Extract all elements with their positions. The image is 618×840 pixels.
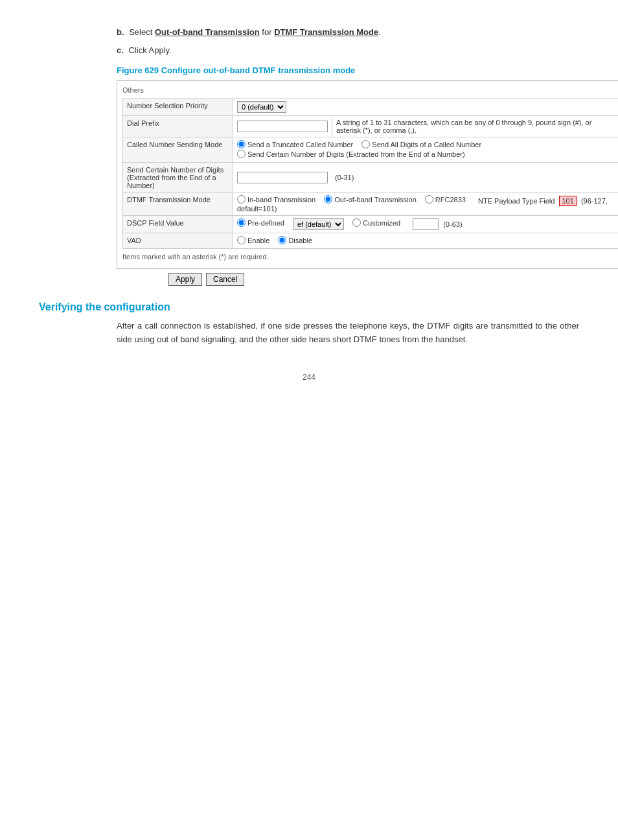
radio-predefined[interactable]: Pre-defined — [237, 218, 284, 227]
step-c-text: Click Apply. — [128, 45, 171, 55]
input-dial-prefix[interactable] — [237, 121, 328, 132]
cell-vad: Enable Disable — [233, 233, 619, 249]
row-dscp: DSCP Field Value Pre-defined ef (default… — [123, 216, 619, 233]
nte-label: NTE Payload Type Field — [478, 197, 555, 205]
row-called-number-mode: Called Number Sending Mode Send a Trunca… — [123, 137, 619, 163]
select-dscp-predefined[interactable]: ef (default) — [293, 218, 344, 230]
step-b-text-end: . — [378, 27, 381, 37]
dial-prefix-note: A string of 1 to 31 characters, which ca… — [336, 119, 591, 134]
cancel-button[interactable]: Cancel — [206, 273, 244, 286]
radio-send-all[interactable]: Send All Digits of a Called Number — [361, 140, 481, 148]
row-vad: VAD Enable Disable — [123, 233, 619, 249]
radio-vad-enable-input[interactable] — [237, 236, 246, 244]
label-number-selection: Number Selection Priority — [123, 99, 233, 116]
radio-send-truncated[interactable]: Send a Truncated Called Number — [237, 140, 353, 148]
figure-title: Figure 629 Configure out-of-band DTMF tr… — [117, 65, 579, 75]
radio-send-truncated-input[interactable] — [237, 140, 246, 148]
label-vad: VAD — [123, 233, 233, 249]
page-number: 244 — [39, 373, 579, 382]
label-dscp: DSCP Field Value — [123, 216, 233, 233]
radio-vad-disable-input[interactable] — [278, 236, 286, 244]
config-form: Others Number Selection Priority 0 (defa… — [117, 80, 618, 269]
input-certain-digits[interactable] — [237, 172, 328, 183]
cell-dscp: Pre-defined ef (default) Customized (0-6… — [233, 216, 619, 233]
row-send-certain-digits: Send Certain Number of Digits (Extracted… — [123, 163, 619, 192]
step-b-bold2: DTMF Transmission Mode — [274, 27, 378, 37]
label-dtmf-mode: DTMF Transmission Mode — [123, 192, 233, 216]
radio-outofband-input[interactable] — [324, 195, 332, 204]
radio-inband-input[interactable] — [237, 195, 246, 204]
verifying-heading: Verifying the configuration — [39, 301, 579, 313]
radio-customized[interactable]: Customized — [352, 218, 400, 227]
group-label: Others — [122, 86, 618, 94]
dscp-range: (0-63) — [443, 220, 462, 228]
step-c-letter: c. — [117, 45, 124, 55]
form-table: Number Selection Priority 0 (default) Di… — [122, 98, 618, 249]
verifying-section: Verifying the configuration After a call… — [39, 301, 579, 347]
cell-dial-prefix-input — [233, 116, 332, 137]
radio-outofband[interactable]: Out-of-band Transmission — [324, 195, 417, 204]
radio-vad-enable[interactable]: Enable — [237, 236, 269, 244]
button-row: Apply Cancel — [168, 273, 579, 286]
radio-rfc2833-input[interactable] — [425, 195, 433, 204]
row-number-selection: Number Selection Priority 0 (default) — [123, 99, 619, 116]
radio-send-certain-input[interactable] — [237, 150, 246, 158]
label-send-certain-digits: Send Certain Number of Digits (Extracted… — [123, 163, 233, 192]
cell-dtmf-mode: In-band Transmission Out-of-band Transmi… — [233, 192, 619, 216]
step-b-bold1: Out-of-band Transmission — [155, 27, 260, 37]
row-dtmf-mode: DTMF Transmission Mode In-band Transmiss… — [123, 192, 619, 216]
radio-send-all-input[interactable] — [361, 140, 370, 148]
cell-number-selection: 0 (default) — [233, 99, 619, 116]
verifying-body: After a call connection is established, … — [117, 320, 579, 347]
radio-predefined-input[interactable] — [237, 218, 246, 227]
apply-button[interactable]: Apply — [168, 273, 202, 286]
label-called-number-mode: Called Number Sending Mode — [123, 137, 233, 163]
step-b-text-mid: for — [260, 27, 274, 37]
radio-inband[interactable]: In-band Transmission — [237, 195, 315, 204]
nte-value: 101 — [559, 196, 576, 206]
asterisk-note: Items marked with an asterisk (*) are re… — [122, 253, 618, 261]
step-b: b. Select Out-of-band Transmission for D… — [117, 26, 579, 39]
step-c: c. Click Apply. — [117, 44, 579, 57]
certain-digits-range: (0-31) — [335, 174, 354, 181]
radio-rfc2833[interactable]: RFC2833 — [425, 195, 466, 204]
step-b-text-pre: Select — [129, 27, 155, 37]
select-number-priority[interactable]: 0 (default) — [237, 101, 286, 113]
cell-dial-prefix-note: A string of 1 to 31 characters, which ca… — [332, 116, 619, 137]
cell-called-number-mode: Send a Truncated Called Number Send All … — [233, 137, 619, 163]
input-dscp-custom[interactable] — [413, 218, 439, 230]
label-dial-prefix: Dial Prefix — [123, 116, 233, 137]
cell-send-certain-digits: (0-31) — [233, 163, 619, 192]
radio-send-certain[interactable]: Send Certain Number of Digits (Extracted… — [237, 150, 465, 158]
radio-customized-input[interactable] — [352, 218, 361, 227]
row-dial-prefix: Dial Prefix A string of 1 to 31 characte… — [123, 116, 619, 137]
radio-vad-disable[interactable]: Disable — [278, 236, 312, 244]
step-b-letter: b. — [117, 27, 124, 37]
